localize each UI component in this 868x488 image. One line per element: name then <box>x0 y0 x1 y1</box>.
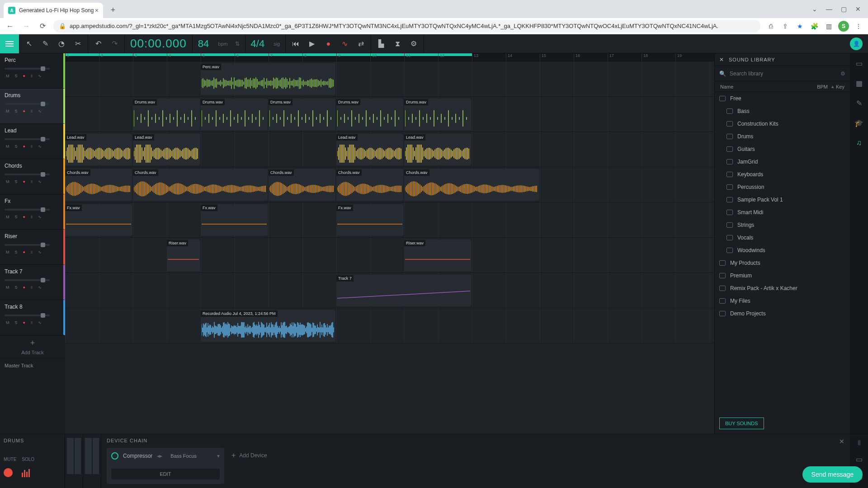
reload-button[interactable]: ⟳ <box>37 21 48 32</box>
loop-button[interactable]: ⇄ <box>356 39 365 48</box>
arm-icon[interactable]: ● <box>22 144 27 150</box>
mute-button[interactable]: M <box>5 320 11 326</box>
timeline-area[interactable]: 12345678910111213141516171819 Perc.wavDr… <box>65 53 714 434</box>
bpm-value[interactable]: 84 <box>198 38 209 50</box>
chevron-down-icon[interactable]: ⌄ <box>808 3 821 15</box>
library-folder[interactable]: Free <box>715 92 850 105</box>
library-folder[interactable]: Bass <box>715 105 850 117</box>
solo-button[interactable]: S <box>14 285 19 291</box>
settings-icon[interactable]: ⚙ <box>409 39 418 48</box>
close-icon[interactable]: ✕ <box>719 56 724 63</box>
audio-clip[interactable]: Lead.wav <box>404 134 471 165</box>
clip-tab-icon[interactable]: ▭ <box>854 58 864 69</box>
library-folder[interactable]: Demo Projects <box>715 307 850 320</box>
audio-clip[interactable]: Riser.wav <box>404 239 471 271</box>
library-tab-icon[interactable]: ♫ <box>854 137 864 148</box>
volume-slider[interactable] <box>5 314 50 316</box>
library-folder[interactable]: JamGrid <box>715 155 850 168</box>
track-row[interactable]: Fx.wavFx.wavFx.wav <box>65 202 714 238</box>
ruler[interactable]: 12345678910111213141516171819 <box>65 53 714 61</box>
solo-button[interactable]: SOLO <box>22 457 34 462</box>
url-input[interactable]: 🔒 app.ampedstudio.com/?_gl=1*zkt20c*_ga*… <box>53 20 760 33</box>
eq-icon[interactable]: ⫴ <box>29 73 34 79</box>
solo-button[interactable]: S <box>14 214 19 220</box>
minimize-icon[interactable]: — <box>823 3 835 15</box>
grid-tab-icon[interactable]: ▦ <box>854 78 864 89</box>
eq-icon[interactable]: ⫴ <box>29 320 34 326</box>
timesig-value[interactable]: 4/4 <box>251 38 265 50</box>
buy-sounds-button[interactable]: BUY SOUNDS <box>719 418 764 429</box>
volume-slider[interactable] <box>5 244 50 246</box>
library-folder[interactable]: Premium <box>715 269 850 282</box>
time-tool[interactable]: ◔ <box>57 39 66 48</box>
audio-clip[interactable]: Perc.wav <box>201 63 335 95</box>
eq-icon[interactable] <box>22 468 30 477</box>
play-button[interactable]: ▶ <box>307 39 316 48</box>
pencil-tool[interactable]: ✎ <box>41 39 50 48</box>
arm-icon[interactable]: ● <box>22 214 27 220</box>
search-input[interactable] <box>730 70 837 77</box>
automation-icon[interactable]: ∿ <box>340 39 349 48</box>
eq-icon[interactable]: ⫴ <box>29 214 34 220</box>
arm-record-button[interactable] <box>4 468 13 477</box>
solo-button[interactable]: S <box>14 320 19 326</box>
audio-clip[interactable]: Chords.wav <box>65 169 132 201</box>
arm-icon[interactable]: ● <box>22 249 27 255</box>
add-track-button[interactable]: +Add Track <box>0 335 65 358</box>
panel-icon[interactable]: ▥ <box>824 21 834 31</box>
main-menu-button[interactable] <box>0 34 19 53</box>
library-folder[interactable]: Percussion <box>715 181 850 193</box>
cut-tool[interactable]: ✂ <box>73 39 82 48</box>
automation-icon[interactable]: ∿ <box>37 285 43 291</box>
library-folder[interactable]: Smart Midi <box>715 206 850 219</box>
library-folder[interactable]: My Files <box>715 295 850 307</box>
master-track[interactable]: Master Track <box>0 358 65 373</box>
mute-button[interactable]: MUTE <box>4 457 16 462</box>
arm-icon[interactable]: ● <box>22 179 27 185</box>
track-header[interactable]: Fx MS●⫴∿ <box>0 194 65 230</box>
track-row[interactable]: Perc.wav <box>65 61 714 97</box>
eq-icon[interactable]: ⫴ <box>29 285 34 291</box>
forward-button[interactable]: → <box>21 21 32 32</box>
power-icon[interactable] <box>111 452 118 460</box>
mixer-tab-icon[interactable]: ⫴ <box>854 439 864 447</box>
library-folder[interactable]: Construction Kits <box>715 117 850 130</box>
audio-clip[interactable]: Drums.wav <box>201 99 268 130</box>
metronome-icon[interactable]: ▙ <box>377 39 386 48</box>
audio-clip[interactable]: Fx.wav <box>201 204 268 236</box>
mute-button[interactable]: M <box>5 249 11 255</box>
editor-tab-icon[interactable]: ▭ <box>854 455 864 464</box>
arm-icon[interactable]: ● <box>22 320 27 326</box>
solo-button[interactable]: S <box>14 249 19 255</box>
track-header[interactable]: Track 8 MS●⫴∿ <box>0 300 65 335</box>
track-row[interactable]: Drums.wavDrums.wavDrums.wavDrums.wavDrum… <box>65 97 714 132</box>
volume-slider[interactable] <box>5 279 50 281</box>
automation-icon[interactable]: ∿ <box>37 108 43 114</box>
col-key[interactable]: Key <box>836 84 844 89</box>
eq-icon[interactable]: ⫴ <box>29 144 34 150</box>
share-icon[interactable]: ⇪ <box>780 21 790 31</box>
audio-clip[interactable]: Lead.wav <box>133 134 200 165</box>
mute-button[interactable]: M <box>5 285 11 291</box>
solo-button[interactable]: S <box>14 73 19 79</box>
audio-clip[interactable]: Fx.wav <box>65 204 132 236</box>
audio-clip[interactable]: Drums.wav <box>269 99 335 130</box>
automation-icon[interactable]: ∿ <box>37 320 43 326</box>
solo-button[interactable]: S <box>14 179 19 185</box>
track-header[interactable]: Perc MS●⫴∿ <box>0 53 65 89</box>
audio-clip[interactable]: Drums.wav <box>336 99 403 130</box>
edit-device-button[interactable]: EDIT <box>111 469 220 479</box>
automation-icon[interactable]: ∿ <box>37 179 43 185</box>
new-tab-button[interactable]: + <box>107 4 119 16</box>
audio-clip[interactable]: Drums.wav <box>404 99 471 130</box>
track-row[interactable]: Lead.wavLead.wavLead.wavLead.wav <box>65 132 714 167</box>
volume-slider[interactable] <box>5 174 50 175</box>
close-icon[interactable]: ✕ <box>839 438 844 448</box>
audio-clip[interactable]: Chords.wav <box>269 169 335 201</box>
add-device-button[interactable]: + Add Device <box>231 451 267 460</box>
close-window-icon[interactable]: ✕ <box>852 3 864 15</box>
mute-button[interactable]: M <box>5 144 11 150</box>
library-folder[interactable]: Remix Pack - Artik x Kacher <box>715 282 850 295</box>
undo-button[interactable]: ↶ <box>94 39 103 48</box>
track-row[interactable]: Riser.wavRiser.wav <box>65 238 714 273</box>
